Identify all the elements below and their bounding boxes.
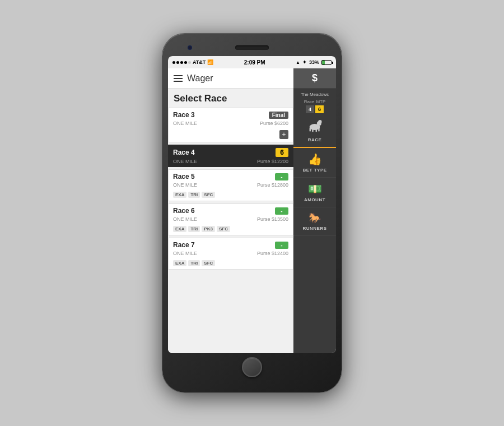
nav-bet-type-label: BET TYPE <box>302 168 326 173</box>
menu-button[interactable] <box>174 75 183 82</box>
race4-name: Race 4 <box>173 149 195 156</box>
race3-distance: ONE MILE <box>173 121 197 126</box>
dollar-icon: $ <box>312 72 318 84</box>
race5-name: Race 5 <box>173 173 195 180</box>
race3-add-btn[interactable]: + <box>279 130 288 139</box>
race5-tag-sfc: SFC <box>202 192 215 198</box>
home-button[interactable] <box>242 357 262 377</box>
race7-tag-exa: EXA <box>173 260 186 266</box>
svg-rect-2 <box>310 128 311 131</box>
nav-race[interactable]: RACE <box>293 115 336 148</box>
right-panel: $ The Meadows Race MTP 4 6 <box>293 68 336 353</box>
wifi-icon: 📶 <box>207 59 213 65</box>
location-icon: ▲ <box>296 60 300 65</box>
race-list: Race 3 Final ONE MILE Purse $6200 + <box>168 108 293 353</box>
bluetooth-icon: ✦ <box>302 59 307 65</box>
svg-rect-4 <box>316 129 317 132</box>
track-info: The Meadows Race MTP 4 6 <box>298 89 331 115</box>
phone-screen: AT&T 📶 2:09 PM ▲ ✦ 33% <box>168 56 336 353</box>
nav-runners-label: RUNNERS <box>302 226 326 231</box>
horse-icon <box>306 120 324 136</box>
runners-icon: 🐎 <box>309 212 321 224</box>
time-label: 2:09 PM <box>244 59 265 66</box>
race-num-badge: 4 <box>306 105 314 113</box>
race7-name: Race 7 <box>173 241 195 249</box>
select-race-heading: Select Race <box>168 89 293 108</box>
svg-rect-7 <box>318 123 320 124</box>
race5-tag-exa: EXA <box>173 192 186 198</box>
carrier-label: AT&T <box>193 59 206 65</box>
race7-tags: EXA TRI SFC <box>169 258 293 269</box>
race5-tags: EXA TRI SFC <box>169 190 293 201</box>
race7-badge: - <box>275 242 288 249</box>
race6-purse: Purse $13500 <box>257 216 288 222</box>
nav-amount-label: AMOUNT <box>304 197 325 202</box>
app-header: Wager <box>168 68 293 89</box>
race7-purse: Purse $12400 <box>257 251 288 256</box>
race-item-race6[interactable]: Race 6 - ONE MILE Purse $13500 EXA TRI P… <box>168 203 293 235</box>
track-name: The Meadows <box>301 92 329 97</box>
race7-tag-tri: TRI <box>188 260 200 266</box>
race6-distance: ONE MILE <box>173 216 197 222</box>
dollar-button[interactable]: $ <box>293 68 336 89</box>
phone-camera <box>188 45 192 50</box>
race5-tag-tri: TRI <box>188 192 200 198</box>
race-item-race5[interactable]: Race 5 - ONE MILE Purse $12800 EXA TRI S… <box>168 169 293 201</box>
race6-tags: EXA TRI PK3 SFC <box>169 224 293 235</box>
nav-bet-type[interactable]: 👍 BET TYPE <box>293 148 336 178</box>
race3-tags: + <box>169 128 293 142</box>
mtp-label: MTP <box>316 99 325 104</box>
app-title: Wager <box>187 73 213 84</box>
phone-bottom-bar <box>168 353 336 381</box>
race4-purse: Purse $12200 <box>257 159 288 164</box>
svg-rect-3 <box>312 129 313 132</box>
phone-speaker <box>235 45 269 50</box>
signal-dots <box>172 61 191 64</box>
race-label: Race <box>304 99 315 104</box>
battery-icon <box>321 60 332 65</box>
race-mtp-row: 4 6 <box>301 105 329 113</box>
app-content: Wager Select Race Race 3 Final ONE MILE <box>168 68 336 353</box>
left-panel: Wager Select Race Race 3 Final ONE MILE <box>168 68 293 353</box>
race6-badge: - <box>275 207 288 215</box>
race3-name: Race 3 <box>173 111 195 119</box>
race6-tag-pk3: PK3 <box>202 226 215 232</box>
race3-badge: Final <box>269 112 288 119</box>
battery-percent: 33% <box>309 59 319 65</box>
race7-distance: ONE MILE <box>173 251 197 256</box>
race-item-race7[interactable]: Race 7 - ONE MILE Purse $12400 EXA TRI S… <box>168 238 293 270</box>
race-item-race4[interactable]: Race 4 6 ONE MILE Purse $12200 <box>168 145 293 167</box>
race6-tag-exa: EXA <box>173 226 186 232</box>
nav-amount[interactable]: 💵 AMOUNT <box>293 178 336 207</box>
cash-icon: 💵 <box>308 182 322 196</box>
thumb-icon: 👍 <box>308 152 322 166</box>
phone-top-bar <box>168 39 336 56</box>
nav-race-label: RACE <box>308 137 322 142</box>
race-item-race3[interactable]: Race 3 Final ONE MILE Purse $6200 + <box>168 108 293 142</box>
race4-distance: ONE MILE <box>173 159 197 164</box>
nav-runners[interactable]: 🐎 RUNNERS <box>293 207 336 236</box>
mtp-badge: 6 <box>315 105 324 113</box>
race6-tag-sfc: SFC <box>217 226 230 232</box>
status-right: ▲ ✦ 33% <box>296 59 332 65</box>
status-left: AT&T 📶 <box>172 59 213 65</box>
race6-name: Race 6 <box>173 207 195 215</box>
race7-tag-sfc: SFC <box>202 260 215 266</box>
race3-purse: Purse $6200 <box>260 121 288 126</box>
race6-tag-tri: TRI <box>188 226 200 232</box>
svg-rect-5 <box>318 128 319 131</box>
race5-distance: ONE MILE <box>173 182 197 188</box>
status-bar: AT&T 📶 2:09 PM ▲ ✦ 33% <box>168 56 336 68</box>
phone-shell: AT&T 📶 2:09 PM ▲ ✦ 33% <box>162 34 342 392</box>
race4-badge: 6 <box>276 148 288 157</box>
race5-badge: - <box>275 173 288 180</box>
race5-purse: Purse $12800 <box>257 182 288 188</box>
